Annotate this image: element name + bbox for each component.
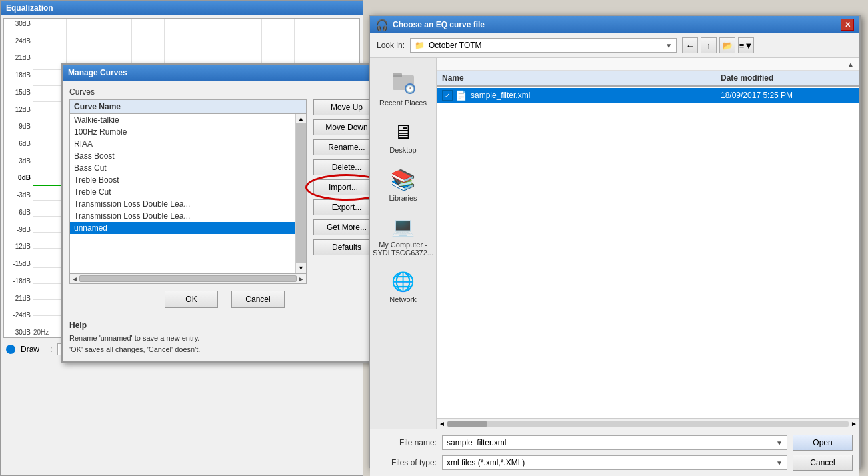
file-name-input[interactable]: sample_filter.xml ▼ bbox=[442, 435, 787, 450]
computer-label: My Computer - SYDLT5CG6372... bbox=[373, 241, 433, 257]
sidebar-item-libraries[interactable]: 📚 Libraries bbox=[373, 163, 433, 207]
hscroll-right-btn[interactable]: ► bbox=[849, 420, 859, 427]
list-item[interactable]: 100Hz Rumble bbox=[70, 126, 306, 138]
table-row[interactable]: ✓ 📄 sample_filter.xml 18/09/2017 5:25 PM bbox=[437, 88, 859, 103]
hscroll-thumb[interactable] bbox=[79, 275, 297, 282]
hscroll-track[interactable] bbox=[447, 421, 849, 427]
file-list-header: Name Date modified bbox=[437, 71, 859, 87]
db-label-24: 24dB bbox=[5, 37, 33, 45]
file-dialog-title-content: 🎧 Choose an EQ curve file bbox=[375, 19, 485, 31]
scrollbar-thumb[interactable] bbox=[296, 123, 306, 263]
look-in-dropdown[interactable]: 📁 October TOTM ▼ bbox=[410, 38, 677, 53]
horizontal-scrollbar[interactable]: ◄ ► bbox=[69, 273, 307, 284]
draw-label: Draw bbox=[21, 345, 39, 354]
open-button[interactable]: Open bbox=[793, 435, 853, 451]
manage-dialog-body: Curves Curve Name Walkie-talkie 100Hz Ru… bbox=[63, 81, 387, 361]
db-label-n6: -6dB bbox=[5, 209, 33, 216]
import-button[interactable]: Import... bbox=[313, 179, 373, 195]
db-label-n3: -3dB bbox=[5, 191, 33, 199]
files-of-type-select[interactable]: xml files (*.xml,*.XML) ▼ bbox=[442, 455, 787, 470]
libraries-icon: 📚 bbox=[391, 168, 415, 191]
db-label-0: 0dB bbox=[5, 174, 33, 181]
list-item[interactable]: RIAA bbox=[70, 138, 306, 150]
manage-dialog-title-bar: Manage Curves ✕ bbox=[63, 65, 387, 81]
list-scrollbar[interactable]: ▲ ▼ bbox=[295, 114, 306, 273]
file-horizontal-scrollbar[interactable]: ◄ ► bbox=[437, 418, 859, 429]
file-dialog-close-button[interactable]: ✕ bbox=[841, 19, 854, 31]
curves-list-header: Curve Name bbox=[69, 99, 307, 113]
file-sidebar: 🕐 Recent Places 🖥 Desktop 📚 Libraries 💻 … bbox=[370, 58, 437, 429]
db-label-3: 3dB bbox=[5, 157, 33, 165]
file-date-cell: 18/09/2017 5:25 PM bbox=[721, 91, 854, 100]
help-title: Help bbox=[69, 321, 380, 330]
hscroll-thumb[interactable] bbox=[447, 421, 487, 427]
cancel-file-button[interactable]: Cancel bbox=[793, 455, 853, 471]
recent-places-icon: 🕐 bbox=[391, 70, 415, 94]
column-name: Name bbox=[442, 73, 721, 83]
help-text-2: 'OK' saves all changes, 'Cancel' doesn't… bbox=[69, 344, 380, 355]
file-main-area: ▲ Name Date modified ✓ 📄 sample_filter.x… bbox=[437, 58, 859, 429]
hscroll-left-arrow[interactable]: ◄ bbox=[71, 275, 78, 283]
file-bottom-controls: File name: sample_filter.xml ▼ Open File… bbox=[370, 429, 859, 476]
file-toolbar: Look in: 📁 October TOTM ▼ ← ↑ 📂 ≡▼ bbox=[370, 33, 859, 58]
colon-separator: : bbox=[50, 345, 52, 354]
file-checkbox[interactable]: ✓ bbox=[442, 90, 453, 101]
list-item[interactable]: Transmission Loss Double Lea... bbox=[70, 198, 306, 210]
hscroll-left-btn[interactable]: ◄ bbox=[437, 420, 447, 427]
sidebar-item-network[interactable]: 🌐 Network bbox=[373, 265, 433, 309]
db-label-30: 30dB bbox=[5, 20, 33, 27]
eq-title: Equalization bbox=[6, 3, 53, 13]
list-item[interactable]: Bass Cut bbox=[70, 162, 306, 174]
network-icon: 🌐 bbox=[391, 271, 415, 293]
recent-places-label: Recent Places bbox=[379, 99, 427, 107]
db-label-15: 15dB bbox=[5, 89, 33, 96]
libraries-label: Libraries bbox=[389, 194, 417, 202]
list-item[interactable]: Bass Boost bbox=[70, 150, 306, 162]
files-of-type-dropdown-arrow: ▼ bbox=[776, 459, 783, 467]
db-label-n15: -15dB bbox=[5, 260, 33, 267]
sort-arrow-container: ▲ bbox=[437, 58, 859, 71]
file-name-value: sample_filter.xml bbox=[447, 438, 506, 447]
file-name-cell: sample_filter.xml bbox=[471, 91, 721, 100]
scroll-down-arrow[interactable]: ▼ bbox=[296, 263, 306, 273]
sidebar-item-desktop[interactable]: 🖥 Desktop bbox=[373, 115, 433, 159]
cancel-button[interactable]: Cancel bbox=[231, 291, 285, 308]
sidebar-item-computer[interactable]: 💻 My Computer - SYDLT5CG6372... bbox=[373, 211, 433, 262]
xml-file-icon: 📄 bbox=[455, 90, 467, 101]
hz-label-20hz: 20Hz bbox=[33, 329, 49, 336]
sidebar-item-recent-places[interactable]: 🕐 Recent Places bbox=[373, 65, 433, 112]
eq-db-labels: 30dB 24dB 21dB 18dB 15dB 12dB 9dB 6dB 3d… bbox=[4, 19, 34, 337]
nav-up-button[interactable]: ↑ bbox=[701, 37, 717, 53]
nav-back-button[interactable]: ← bbox=[682, 37, 698, 53]
ok-button[interactable]: OK bbox=[165, 291, 218, 308]
scroll-up-arrow[interactable]: ▲ bbox=[296, 114, 306, 123]
recent-places-icon-container: 🕐 bbox=[391, 70, 415, 96]
svg-rect-1 bbox=[393, 73, 402, 77]
list-item[interactable]: Treble Cut bbox=[70, 186, 306, 198]
curves-content: Curve Name Walkie-talkie 100Hz Rumble RI… bbox=[69, 99, 380, 284]
files-of-type-row: Files of type: xml files (*.xml,*.XML) ▼… bbox=[377, 455, 853, 471]
desktop-label: Desktop bbox=[389, 146, 416, 154]
file-name-dropdown-arrow: ▼ bbox=[776, 439, 783, 447]
network-label: Network bbox=[389, 295, 416, 303]
file-list[interactable]: ✓ 📄 sample_filter.xml 18/09/2017 5:25 PM bbox=[437, 87, 859, 418]
file-content: 🕐 Recent Places 🖥 Desktop 📚 Libraries 💻 … bbox=[370, 58, 859, 429]
list-item-selected[interactable]: unnamed bbox=[70, 222, 306, 234]
new-folder-button[interactable]: 📂 bbox=[719, 37, 735, 53]
svg-text:🕐: 🕐 bbox=[405, 84, 415, 93]
list-item[interactable]: Walkie-talkie bbox=[70, 114, 306, 126]
list-item[interactable]: Treble Boost bbox=[70, 174, 306, 186]
look-in-value: 📁 October TOTM bbox=[415, 41, 482, 50]
draw-radio[interactable] bbox=[6, 345, 15, 354]
db-label-n30: -30dB bbox=[5, 329, 33, 336]
db-label-9: 9dB bbox=[5, 123, 33, 130]
hscroll-right-arrow[interactable]: ► bbox=[298, 275, 305, 283]
desktop-icon: 🖥 bbox=[393, 121, 413, 143]
folder-icon: 📁 bbox=[415, 41, 425, 50]
list-item[interactable]: Transmission Loss Double Lea... bbox=[70, 210, 306, 222]
view-menu-button[interactable]: ≡▼ bbox=[738, 37, 754, 53]
db-label-6: 6dB bbox=[5, 140, 33, 147]
curves-list[interactable]: Walkie-talkie 100Hz Rumble RIAA Bass Boo… bbox=[69, 113, 307, 273]
db-label-n21: -21dB bbox=[5, 295, 33, 302]
look-in-text: October TOTM bbox=[429, 41, 482, 50]
